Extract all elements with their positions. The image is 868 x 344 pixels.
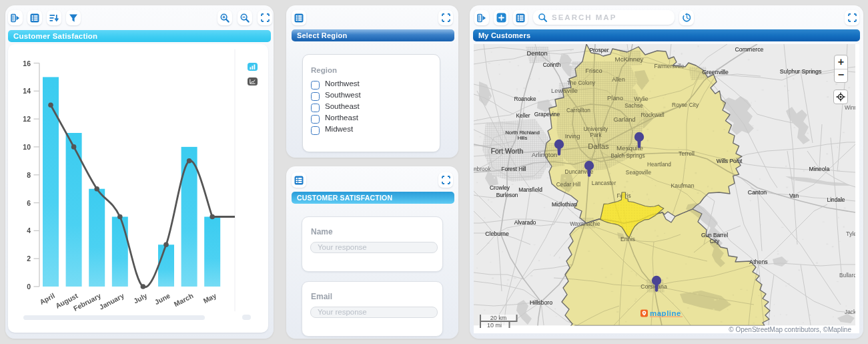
svg-text:June: June — [153, 291, 171, 306]
svg-text:6: 6 — [27, 199, 31, 207]
svg-text:Midlothian: Midlothian — [552, 201, 577, 208]
svg-text:mapline: mapline — [650, 309, 681, 317]
svg-text:20 km: 20 km — [490, 315, 507, 321]
svg-text:Cleburne: Cleburne — [485, 230, 509, 237]
svg-text:Jack: Jack — [845, 309, 857, 315]
svg-text:Sulphur Springs: Sulphur Springs — [780, 68, 822, 75]
svg-text:Mineola: Mineola — [809, 166, 830, 172]
svg-text:Keller: Keller — [516, 112, 530, 119]
svg-text:© OpenStreetMap contributors,: © OpenStreetMap contributors, ©Mapline — [729, 326, 851, 333]
svg-text:Corinth: Corinth — [543, 61, 561, 68]
svg-text:Forest Hill: Forest Hill — [501, 166, 526, 172]
svg-text:nbrook: nbrook — [474, 166, 491, 172]
svg-text:Athens: Athens — [749, 259, 768, 265]
svg-text:16: 16 — [23, 59, 31, 67]
svg-text:0: 0 — [27, 283, 31, 291]
svg-text:Hills: Hills — [518, 135, 528, 141]
svg-text:Wills Point: Wills Point — [717, 158, 743, 164]
svg-text:Burleson: Burleson — [496, 192, 518, 198]
svg-text:Crowley: Crowley — [490, 184, 510, 191]
svg-text:8: 8 — [27, 171, 31, 179]
svg-text:January: January — [98, 291, 125, 311]
svg-text:Alvarado: Alvarado — [514, 219, 536, 226]
svg-text:Roanoke: Roanoke — [514, 96, 536, 102]
svg-text:Commerce: Commerce — [735, 46, 763, 53]
svg-text:Fort Worth: Fort Worth — [491, 148, 524, 155]
svg-text:May: May — [201, 291, 218, 305]
svg-text:Canton: Canton — [748, 189, 767, 196]
svg-text:April: April — [38, 291, 56, 306]
svg-text:Denton: Denton — [526, 49, 548, 57]
svg-text:10: 10 — [23, 143, 31, 151]
svg-text:Mansfield: Mansfield — [518, 186, 542, 193]
svg-text:Greenville: Greenville — [702, 69, 729, 75]
svg-text:14: 14 — [23, 87, 31, 95]
svg-text:Grapevine: Grapevine — [534, 111, 560, 118]
svg-text:July: July — [132, 291, 148, 305]
svg-text:Van: Van — [789, 192, 799, 199]
svg-text:10 mi: 10 mi — [487, 322, 502, 329]
svg-text:Lindale: Lindale — [827, 196, 845, 203]
svg-text:Prosper: Prosper — [589, 47, 608, 53]
svg-text:2: 2 — [27, 254, 31, 263]
svg-text:Hillsboro: Hillsboro — [530, 299, 552, 306]
svg-text:City: City — [710, 238, 720, 244]
svg-text:12: 12 — [23, 115, 31, 123]
svg-text:4: 4 — [27, 226, 31, 234]
svg-text:March: March — [173, 291, 195, 308]
svg-text:Bullard: Bullard — [839, 272, 857, 279]
